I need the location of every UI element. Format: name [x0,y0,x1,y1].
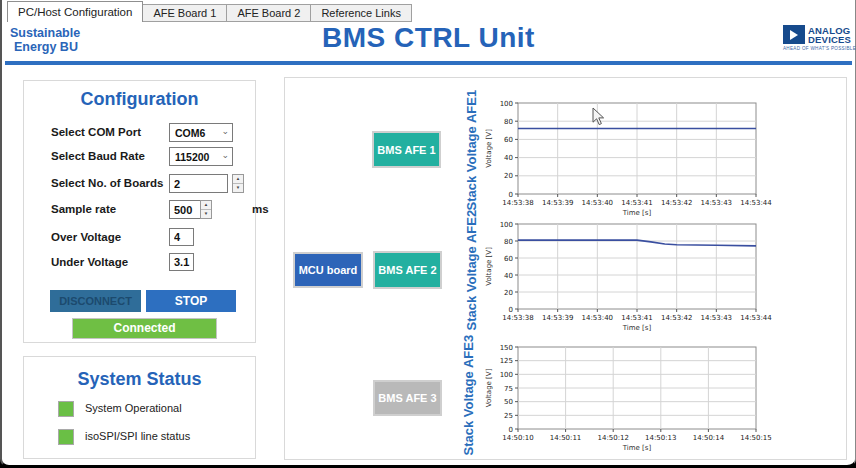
com-port-value: COM6 [175,127,205,139]
svg-text:75: 75 [504,385,513,393]
svg-text:14:53:42: 14:53:42 [661,199,692,207]
connection-status-badge: Connected [72,318,217,339]
svg-text:Voltage [V]: Voltage [V] [485,247,493,286]
logo-tagline: AHEAD OF WHAT'S POSSIBLE™ [783,46,853,51]
svg-text:14:53:43: 14:53:43 [701,314,732,322]
svg-text:14:53:44: 14:53:44 [740,199,772,207]
svg-text:80: 80 [504,118,513,126]
tab-reference-links[interactable]: Reference Links [310,4,412,22]
sample-rate-input[interactable] [169,200,201,219]
chevron-down-icon: ⌄ [221,152,229,158]
over-voltage-label: Over Voltage [51,231,121,243]
svg-text:0: 0 [509,191,513,199]
svg-text:14:50:11: 14:50:11 [550,434,581,442]
configuration-title: Configuration [24,89,255,110]
step-down-icon[interactable]: ▼ [233,184,243,192]
svg-text:14:53:44: 14:53:44 [740,314,772,322]
stack-voltage-afe3-label: Stack Voltage AFE3 [461,336,476,456]
svg-text:14:53:40: 14:53:40 [582,199,613,207]
analog-devices-logo: ANALOG DEVICES AHEAD OF WHAT'S POSSIBLE™ [783,25,853,51]
baud-rate-value: 115200 [175,151,209,163]
svg-text:125: 125 [500,357,513,365]
tab-bar: PC/Host Configuration AFE Board 1 AFE Bo… [8,2,412,22]
num-boards-input[interactable] [169,174,228,193]
stop-button[interactable]: STOP [146,290,236,312]
sample-rate-unit: ms [252,203,269,215]
svg-text:40: 40 [504,272,513,280]
chart-stack-voltage-afe2: 02040608010014:53:3814:53:3914:53:4014:5… [480,217,796,339]
svg-text:0: 0 [509,426,513,434]
svg-text:14:53:42: 14:53:42 [661,314,692,322]
svg-text:14:50:15: 14:50:15 [740,434,771,442]
tab-afe-board-2[interactable]: AFE Board 2 [226,4,311,22]
svg-text:100: 100 [500,221,513,229]
mcu-board-button[interactable]: MCU board [293,252,363,288]
header-divider [5,61,852,65]
configuration-panel: Configuration Select COM Port COM6 ⌄ Sel… [23,80,256,343]
svg-text:Time [s]: Time [s] [622,444,652,452]
bms-afe1-button[interactable]: BMS AFE 1 [372,131,441,168]
svg-text:25: 25 [504,412,513,420]
svg-text:Voltage [V]: Voltage [V] [485,368,493,407]
svg-text:150: 150 [500,344,513,352]
mouse-cursor [592,107,605,130]
svg-text:14:50:12: 14:50:12 [597,434,628,442]
svg-text:14:50:13: 14:50:13 [645,434,676,442]
svg-text:14:53:39: 14:53:39 [542,314,573,322]
sample-rate-label: Sample rate [51,203,116,215]
svg-text:14:53:38: 14:53:38 [502,314,533,322]
svg-text:14:53:40: 14:53:40 [582,314,613,322]
svg-text:Time [s]: Time [s] [622,324,652,332]
svg-text:60: 60 [504,255,513,263]
stack-voltage-afe1-label: Stack Voltage AFE1 [464,91,479,211]
svg-text:60: 60 [504,136,513,144]
step-up-icon[interactable]: ▲ [201,201,211,210]
chevron-down-icon: ⌄ [221,128,229,134]
tab-pc-host-configuration[interactable]: PC/Host Configuration [7,1,143,22]
bms-afe3-button[interactable]: BMS AFE 3 [373,380,442,416]
step-down-icon[interactable]: ▼ [201,210,211,218]
svg-text:100: 100 [500,100,513,108]
system-status-panel: System Status System Operational isoSPI/… [23,356,256,459]
svg-text:0: 0 [509,306,513,314]
svg-text:14:50:14: 14:50:14 [693,434,725,442]
bms-afe2-button[interactable]: BMS AFE 2 [373,251,442,289]
baud-rate-select[interactable]: 115200 ⌄ [169,147,233,166]
svg-text:20: 20 [504,172,513,180]
logo-line2: DEVICES [808,35,851,44]
svg-text:50: 50 [504,398,513,406]
sample-rate-stepper[interactable]: ▲ ▼ [200,200,212,219]
isospi-line-label: isoSPI/SPI line status [85,430,190,442]
svg-text:40: 40 [504,154,513,162]
chart-stack-voltage-afe3: 025507510012515014:50:1014:50:1114:50:12… [480,340,796,459]
svg-text:20: 20 [504,289,513,297]
svg-text:14:53:41: 14:53:41 [621,314,652,322]
adi-triangle-icon [783,25,805,44]
svg-text:14:53:38: 14:53:38 [502,199,533,207]
svg-text:80: 80 [504,238,513,246]
system-status-title: System Status [24,369,255,390]
step-up-icon[interactable]: ▲ [233,175,243,184]
com-port-select[interactable]: COM6 ⌄ [169,123,233,142]
num-boards-stepper[interactable]: ▲ ▼ [232,174,244,193]
svg-text:14:53:43: 14:53:43 [701,199,732,207]
svg-text:Voltage [V]: Voltage [V] [485,129,493,168]
page-title: BMS CTRL Unit [2,22,855,54]
svg-text:14:53:41: 14:53:41 [621,199,652,207]
svg-text:Time [s]: Time [s] [622,209,652,217]
under-voltage-label: Under Voltage [51,256,128,268]
over-voltage-input[interactable] [169,228,194,246]
system-operational-led [58,401,74,417]
system-operational-label: System Operational [85,402,182,414]
chart-stack-voltage-afe1: 02040608010014:53:3814:53:3914:53:4014:5… [480,96,796,224]
svg-text:14:50:10: 14:50:10 [502,434,533,442]
app-window: PC/Host Configuration AFE Board 1 AFE Bo… [0,0,856,468]
isospi-line-led [58,429,74,445]
com-port-label: Select COM Port [51,126,141,138]
num-boards-label: Select No. of Boards [51,177,163,189]
svg-text:14:53:39: 14:53:39 [542,199,573,207]
stack-voltage-afe2-label: Stack Voltage AFE2 [464,211,479,331]
tab-afe-board-1[interactable]: AFE Board 1 [142,4,227,22]
under-voltage-input[interactable] [169,253,194,271]
disconnect-button[interactable]: DISCONNECT [50,290,141,312]
